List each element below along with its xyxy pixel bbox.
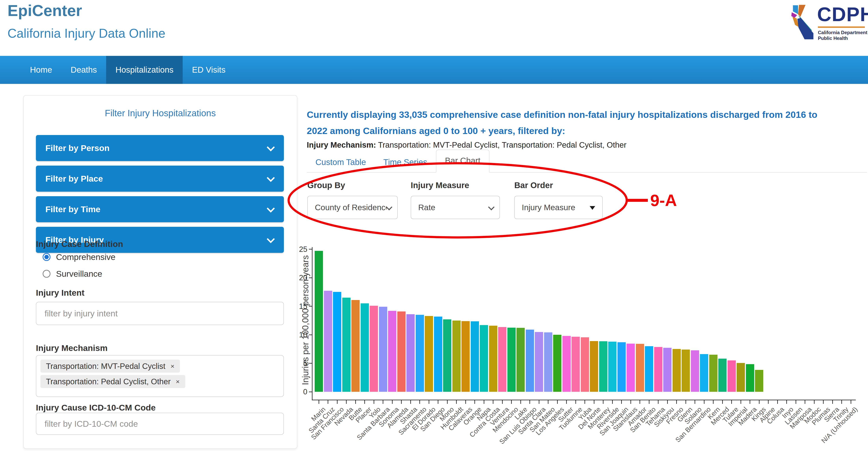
bar-sutter[interactable] xyxy=(562,336,571,392)
x-tick xyxy=(841,400,842,404)
bar-contra-costa[interactable] xyxy=(489,326,497,392)
bar-placer[interactable] xyxy=(361,303,369,392)
x-tick xyxy=(328,400,328,404)
bar-glenn[interactable] xyxy=(682,350,690,392)
radio-selected-icon[interactable] xyxy=(42,253,51,261)
bar-stanislaus[interactable] xyxy=(626,343,635,392)
bar-san-joaquin[interactable] xyxy=(617,342,626,392)
bar-calaveras[interactable] xyxy=(461,321,470,392)
bar-shasta[interactable] xyxy=(406,314,415,392)
bar-humboldt[interactable] xyxy=(452,321,461,392)
bar-mono[interactable] xyxy=(443,319,452,392)
filter-panel: Filter Injury Hospitalizations Filter by… xyxy=(23,95,297,449)
bar-tulare[interactable] xyxy=(727,360,736,392)
bar-mendocino[interactable] xyxy=(507,328,516,392)
icd-code-input[interactable] xyxy=(36,413,284,435)
y-axis-line xyxy=(312,247,312,400)
x-tick xyxy=(576,400,576,404)
bar-marin[interactable] xyxy=(315,251,323,392)
bar-napa[interactable] xyxy=(480,325,488,392)
bar-el-dorado[interactable] xyxy=(425,316,433,392)
accordion-filter-by-person[interactable]: Filter by Person xyxy=(36,135,284,161)
injury-intent-input[interactable] xyxy=(36,302,284,325)
bar-santa-barbara[interactable] xyxy=(379,307,387,392)
bar-yuba[interactable] xyxy=(581,337,589,392)
x-tick xyxy=(520,400,521,404)
nav-item-ed-visits[interactable]: ED Visits xyxy=(183,56,235,84)
x-tick xyxy=(640,400,640,404)
x-axis-line xyxy=(312,400,856,400)
y-tick-label: 15 xyxy=(274,302,307,311)
bar-riverside[interactable] xyxy=(608,342,617,392)
bar-tehama[interactable] xyxy=(654,347,662,392)
x-tick xyxy=(502,400,503,404)
bar-san-francisco[interactable] xyxy=(333,292,341,392)
bar-alameda[interactable] xyxy=(397,311,406,392)
y-tick-label: 10 xyxy=(274,331,307,339)
nav-item-deaths[interactable]: Deaths xyxy=(61,56,106,84)
bar-kings[interactable] xyxy=(755,370,763,392)
radio-surveillance[interactable]: Surveillance xyxy=(42,268,102,280)
bar-san-bernardino[interactable] xyxy=(700,354,708,392)
bar-sacramento[interactable] xyxy=(416,315,424,392)
bar-monterey[interactable] xyxy=(599,341,608,392)
bar-tuolumne[interactable] xyxy=(571,337,580,392)
bar-san-mateo[interactable] xyxy=(544,332,552,392)
x-tick xyxy=(603,400,603,404)
y-tick-label: 20 xyxy=(274,274,307,282)
bar-san-diego[interactable] xyxy=(434,317,442,392)
accordion-filter-by-place[interactable]: Filter by Place xyxy=(36,166,284,192)
bar-santa-clara[interactable] xyxy=(535,332,543,392)
filter-summary-label: Injury Mechanism: xyxy=(307,141,376,149)
chevron-down-icon xyxy=(267,235,275,243)
nav-item-home[interactable]: Home xyxy=(21,56,61,84)
radio-comprehensive[interactable]: Comprehensive xyxy=(42,251,115,263)
chip-remove-icon[interactable]: × xyxy=(170,362,175,370)
bar-madera[interactable] xyxy=(746,364,754,392)
y-tick-label: 25 xyxy=(274,245,307,253)
x-tick xyxy=(805,400,805,404)
bar-kern[interactable] xyxy=(709,355,717,392)
y-tick xyxy=(309,306,312,306)
bar-santa-cruz[interactable] xyxy=(324,291,332,392)
accordion-filter-by-time[interactable]: Filter by Time xyxy=(36,196,284,222)
bar-amador[interactable] xyxy=(636,344,644,392)
bar-imperial[interactable] xyxy=(737,363,745,392)
x-tick xyxy=(704,400,705,404)
cdph-logo: CDPH California Department of Public Hea… xyxy=(791,4,864,43)
x-tick xyxy=(447,400,447,404)
x-tick xyxy=(383,400,383,404)
main-nav: HomeDeathsHospitalizationsED Visits xyxy=(0,56,868,84)
bar-orange[interactable] xyxy=(471,321,479,392)
x-tick xyxy=(529,400,530,404)
bar-yolo[interactable] xyxy=(370,306,378,392)
bar-ventura[interactable] xyxy=(498,327,506,392)
chip-remove-icon[interactable]: × xyxy=(176,378,180,386)
bar-san-luis-obispo[interactable] xyxy=(526,330,534,392)
logo-dept-line1: California Department of xyxy=(818,30,868,35)
x-tick xyxy=(346,400,347,404)
x-tick xyxy=(832,400,833,404)
bar-del-norte[interactable] xyxy=(590,341,598,392)
injury-intent-label: Injury Intent xyxy=(36,288,85,298)
bar-nevada[interactable] xyxy=(342,298,350,392)
bar-san-benito[interactable] xyxy=(645,346,653,392)
bar-siskiyou[interactable] xyxy=(663,348,672,392)
bar-solano[interactable] xyxy=(691,350,699,392)
nav-item-hospitalizations[interactable]: Hospitalizations xyxy=(106,56,183,84)
x-tick xyxy=(438,400,438,404)
bar-los-angeles[interactable] xyxy=(553,335,561,392)
bar-butte[interactable] xyxy=(351,300,360,392)
bar-sonoma[interactable] xyxy=(388,311,396,392)
x-tick xyxy=(456,400,457,404)
bar-fresno[interactable] xyxy=(673,349,681,392)
mechanism-chip: Transportation: Pedal Cyclist, Other× xyxy=(40,375,185,388)
bar-lake[interactable] xyxy=(517,328,525,392)
x-tick xyxy=(676,400,677,404)
x-tick xyxy=(777,400,778,404)
x-tick xyxy=(493,400,493,404)
x-tick xyxy=(823,400,824,404)
radio-unselected-icon[interactable] xyxy=(42,270,51,278)
annotation-ellipse xyxy=(289,163,627,237)
bar-merced[interactable] xyxy=(718,359,726,392)
